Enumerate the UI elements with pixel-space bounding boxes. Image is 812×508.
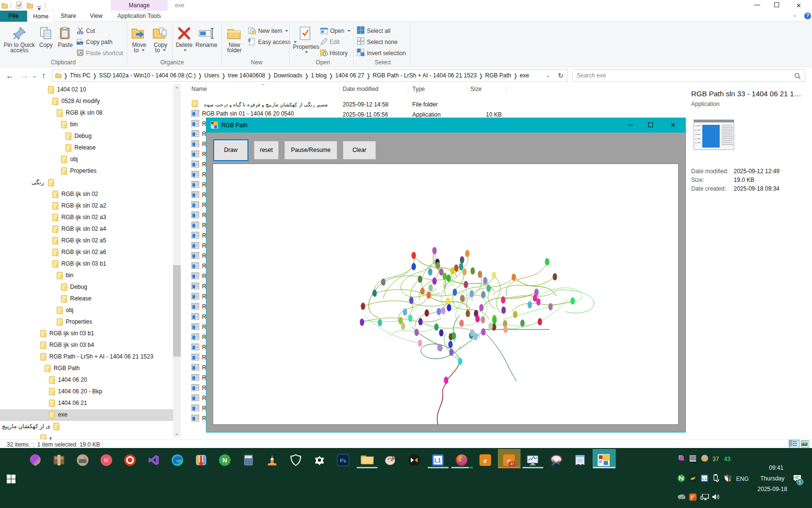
svg-text:L1: L1	[434, 457, 441, 464]
svg-text:Ps: Ps	[340, 458, 346, 463]
svg-text:N: N	[222, 457, 227, 464]
svg-text:.37: .37	[509, 462, 514, 465]
svg-text:iV: iV	[104, 458, 109, 463]
svg-text:L1: L1	[702, 477, 707, 481]
svg-text:e: e	[484, 457, 487, 464]
